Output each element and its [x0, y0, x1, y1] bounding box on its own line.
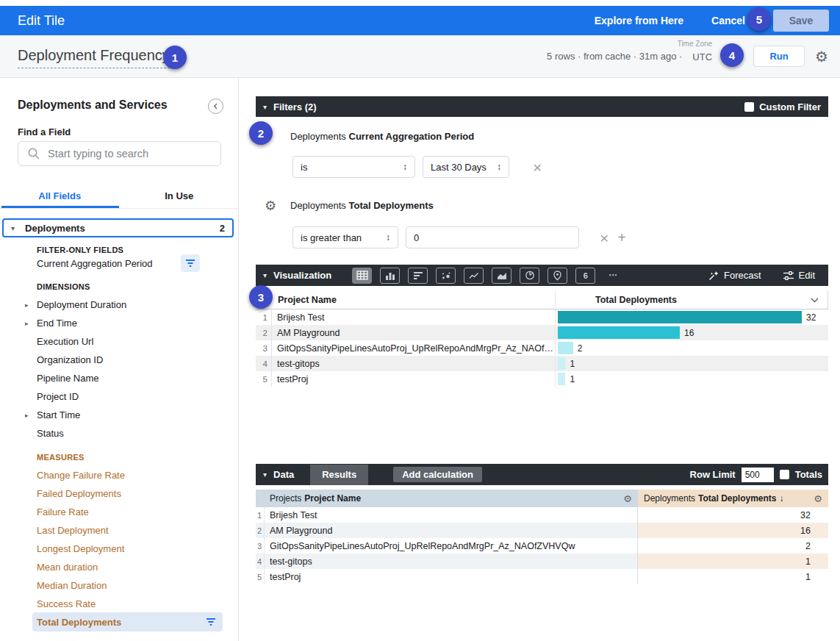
remove-filter-icon[interactable]: × [600, 230, 609, 246]
top-app-bar: Edit Tile Explore from Here Cancel Save [0, 6, 840, 35]
field-label: Start Time [37, 409, 80, 420]
column-header-total-deployments[interactable]: Deployments Total Deployments ↓ ⚙ [638, 490, 828, 507]
map-pin-icon[interactable] [548, 268, 567, 284]
results-table-row[interactable]: 3GitOpsSanityPipeLinesAutoProj_UpRelRepo… [256, 538, 828, 554]
custom-filter-checkbox[interactable] [744, 102, 754, 112]
caret-down-icon[interactable]: ▾ [11, 224, 15, 232]
sidebar-field-project-id[interactable]: Project ID [0, 387, 238, 406]
area-chart-icon[interactable] [492, 268, 511, 284]
column-header-project-name[interactable]: Project Name [256, 295, 555, 305]
expand-icon[interactable]: ▸ [25, 320, 29, 327]
column-header-total-deployments[interactable]: Total Deployments [555, 291, 828, 309]
visualization-bar-label[interactable]: Visualization [273, 270, 331, 281]
column-chart-icon[interactable] [380, 268, 400, 284]
results-table-row[interactable]: 1Brijesh Test32 [256, 507, 828, 523]
expand-icon[interactable]: ▸ [25, 301, 29, 309]
viz-table-row[interactable]: 5testProj1 [256, 371, 828, 387]
results-table-row[interactable]: 5testProj1 [256, 569, 828, 584]
caret-down-icon[interactable]: ▾ [263, 103, 267, 111]
view-group-label: Deployments [25, 223, 85, 234]
single-value-icon[interactable]: 6 [575, 268, 595, 284]
filter-gear-icon[interactable]: ⚙ [265, 198, 276, 214]
row-limit-input[interactable] [742, 468, 774, 482]
row-number: 3 [256, 340, 272, 356]
scatter-chart-icon[interactable] [436, 268, 456, 284]
sidebar-field-execution-url[interactable]: Execution Url [0, 332, 238, 351]
page-title[interactable]: Deployment Frequency [18, 47, 170, 68]
sidebar-field-median-duration[interactable]: Median Duration [0, 576, 238, 595]
row-number: 1 [256, 309, 272, 325]
run-button[interactable]: Run [753, 46, 805, 67]
sidebar-field-mean-duration[interactable]: Mean duration [0, 558, 238, 576]
viz-table-row[interactable]: 2AM Playground16 [256, 325, 828, 340]
row-number: 4 [256, 356, 272, 371]
sidebar-field-success-rate[interactable]: Success Rate [0, 595, 238, 613]
sidebar-field-failed-deployments[interactable]: Failed Deployments [0, 484, 238, 503]
row-number-header [256, 490, 265, 507]
sidebar-field-end-time[interactable]: ▸End Time [0, 314, 238, 332]
sidebar-field-last-deployment[interactable]: Last Deployment [0, 521, 238, 540]
line-chart-icon[interactable] [464, 268, 484, 284]
selected-operator: is greater than [301, 232, 362, 243]
expand-icon[interactable]: ▸ [25, 412, 29, 419]
sidebar-field-organization-id[interactable]: Organization ID [0, 351, 238, 369]
collapse-sidebar-icon[interactable] [208, 99, 223, 114]
filter-value-select[interactable]: Last 30 Days ↕ [423, 156, 509, 178]
cancel-link[interactable]: Cancel [711, 15, 745, 26]
search-input[interactable] [48, 148, 220, 160]
filter-operator-select[interactable]: is greater than ↕ [292, 226, 398, 248]
explore-from-here-link[interactable]: Explore from Here [595, 15, 683, 26]
sidebar-field-deployment-duration[interactable]: ▸Deployment Duration [0, 296, 238, 314]
column-header-project-name[interactable]: Projects Project Name ⚙ [265, 490, 638, 507]
viz-table-body: 1Brijesh Test322AM Playground163GitOpsSa… [256, 309, 828, 387]
settings-gear-icon[interactable]: ⚙ [815, 49, 828, 64]
tab-in-use[interactable]: In Use [120, 185, 240, 208]
filter-active-icon[interactable] [181, 254, 200, 272]
column-gear-icon[interactable]: ⚙ [814, 493, 822, 504]
bar-cell: 32 [555, 309, 828, 325]
pie-chart-icon[interactable] [520, 268, 539, 284]
add-filter-icon[interactable]: + [617, 230, 626, 245]
caret-down-icon[interactable]: ▾ [263, 271, 267, 279]
results-table-row[interactable]: 4test-gitops1 [256, 554, 828, 569]
viz-type-picker: 6⋯ [352, 268, 623, 284]
results-table-row[interactable]: 2AM Playground16 [256, 523, 828, 538]
column-menu-chevron-icon[interactable] [811, 298, 819, 303]
filter-active-icon[interactable] [206, 617, 216, 626]
field-search-box[interactable] [18, 141, 221, 166]
viz-table-row[interactable]: 1Brijesh Test32 [256, 309, 828, 325]
caret-down-icon[interactable]: ▾ [263, 470, 267, 479]
remove-filter-icon[interactable]: × [533, 160, 542, 175]
sort-desc-icon[interactable]: ↓ [780, 493, 784, 504]
field-label: Deployment Duration [37, 299, 126, 310]
field-label: Median Duration [37, 580, 107, 591]
totals-checkbox[interactable] [780, 470, 789, 479]
sidebar-field-total-deployments-selected[interactable]: Total Deployments [32, 612, 223, 631]
column-gear-icon[interactable]: ⚙ [623, 493, 632, 504]
sidebar-field-status[interactable]: Status [0, 424, 238, 443]
sidebar-field-change-failure-rate[interactable]: Change Failure Rate [0, 466, 238, 484]
sidebar-field-longest-deployment[interactable]: Longest Deployment [0, 540, 238, 558]
filter-operator-select[interactable]: is ↕ [292, 156, 415, 178]
sidebar-field-failure-rate[interactable]: Failure Rate [0, 503, 238, 521]
viz-table-row[interactable]: 3GitOpsSanityPipeLinesAutoProj_UpRelRepo… [256, 340, 828, 356]
tab-all-fields[interactable]: All Fields [0, 185, 120, 208]
more-icon[interactable]: ⋯ [603, 268, 623, 284]
save-button[interactable]: Save [773, 10, 829, 32]
value-bar [558, 326, 680, 339]
data-bar-label[interactable]: Data [273, 469, 294, 480]
forecast-button[interactable]: Forecast [708, 270, 761, 281]
sidebar-field-start-time[interactable]: ▸Start Time [0, 406, 238, 424]
table-icon[interactable] [352, 268, 372, 284]
sidebar-field-pipeline-name[interactable]: Pipeline Name [0, 369, 238, 387]
view-group-deployments[interactable]: ▾ Deployments 2 [2, 218, 234, 237]
add-calculation-button[interactable]: Add calculation [393, 467, 482, 482]
sidebar-field-current-aggregation-period[interactable]: Current Aggregation Period [0, 254, 238, 273]
edit-viz-button[interactable]: Edit [783, 270, 815, 281]
viz-table-row[interactable]: 4test-gitops1 [256, 356, 828, 371]
results-tab[interactable]: Results [310, 465, 368, 485]
filter-value-input[interactable] [406, 226, 579, 248]
project-name-cell: testProj [265, 569, 637, 584]
bar-chart-icon[interactable] [408, 268, 428, 284]
filters-bar-label[interactable]: Filters (2) [273, 101, 317, 112]
